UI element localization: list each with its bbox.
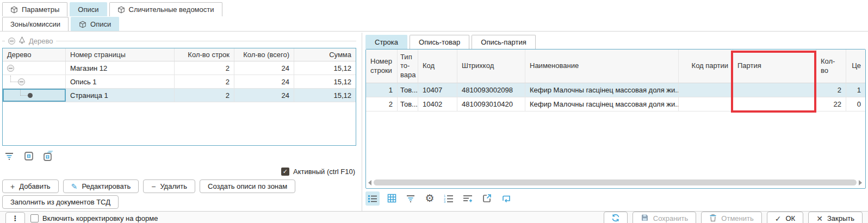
inventory-window: Параметры Описи Сличительные ведомости З… <box>0 0 868 223</box>
bottom-action-bar: ⋮ Включить корректировку на форме Сохран… <box>0 211 868 223</box>
active-checkbox[interactable]: ✓ <box>281 168 289 176</box>
col-header-product-type[interactable]: Тип то- вара <box>398 49 418 83</box>
table-row-selected[interactable]: Страница 1 2 24 15,12 <box>3 89 356 102</box>
divider <box>56 41 356 41</box>
add-item-icon[interactable] <box>23 150 35 162</box>
scroll-right-icon[interactable] <box>859 180 862 185</box>
col-header-line-number[interactable]: Номер строки <box>366 49 398 83</box>
tab-opisi[interactable]: Описи <box>70 2 107 16</box>
rows-count-cell: 2 <box>175 61 234 75</box>
cancel-button[interactable]: Отменить <box>701 212 761 223</box>
crud-button-row: + Добавить ✎ Редактировать − Удалить Соз… <box>2 177 356 193</box>
table-row-selected[interactable]: 1 Тов... 10407 4810093002098 Кефир Малоч… <box>366 83 865 97</box>
list-view-icon[interactable] <box>365 191 380 206</box>
edit-button-label: Редактировать <box>82 182 131 190</box>
sub-tab-bar: Зоны/комиссии Описи <box>0 16 868 32</box>
delete-button-label: Удалить <box>160 182 187 190</box>
col-header-tree[interactable]: Дерево <box>3 48 66 61</box>
collapse-node-icon[interactable] <box>18 78 25 85</box>
tab-label: Сличительные ведомости <box>129 5 214 14</box>
col-header-barcode[interactable]: Штрихкод <box>457 49 525 83</box>
price-cell: 1 <box>846 83 865 97</box>
tab-label: Строка <box>375 38 398 46</box>
sum-cell: 15,12 <box>294 89 356 102</box>
batch-cell <box>733 83 816 97</box>
col-header-rows-count[interactable]: Кол-во строк <box>175 48 234 61</box>
tree-node-cell[interactable] <box>3 61 66 75</box>
tree-node-cell[interactable] <box>3 89 66 102</box>
cube-icon <box>10 6 18 14</box>
collapse-node-icon[interactable] <box>7 65 14 72</box>
edit-button[interactable]: ✎ Редактировать <box>63 179 139 193</box>
tree-table[interactable]: Дерево Номер страницы Кол-во строк Кол-в… <box>2 48 356 146</box>
add-button[interactable]: + Добавить <box>2 179 59 193</box>
tab-line[interactable]: Строка <box>365 35 407 49</box>
rows-count-cell: 2 <box>175 75 234 88</box>
fill-from-tsd-button[interactable]: Заполнить из документов ТСД <box>2 195 119 209</box>
numbered-list-icon[interactable]: 123 <box>442 191 456 206</box>
panel-splitter[interactable] <box>358 33 365 211</box>
close-button[interactable]: ✕ Закрыть <box>808 212 863 223</box>
scroll-left-icon[interactable] <box>368 180 371 185</box>
svg-text:3: 3 <box>444 200 445 203</box>
ok-button[interactable]: ✓ ОК <box>767 212 803 223</box>
add-rows-icon[interactable] <box>461 191 475 206</box>
col-header-batch-code[interactable]: Код партии <box>679 49 733 83</box>
tree-panel: Дерево Дерево Номер страницы Кол-во стро… <box>0 33 358 211</box>
col-header-name[interactable]: Наименование <box>525 49 679 83</box>
col-header-total-qty[interactable]: Кол-во (всего) <box>234 48 294 61</box>
collapse-group-icon[interactable] <box>8 38 15 45</box>
col-header-price[interactable]: Це <box>846 49 865 83</box>
col-header-batch[interactable]: Партия <box>733 49 816 83</box>
tab-zones-commissions[interactable]: Зоны/комиссии <box>2 17 69 31</box>
refresh-button[interactable] <box>604 212 628 223</box>
tab-opis-partia[interactable]: Опись-партия <box>472 35 535 49</box>
tab-parameters[interactable]: Параметры <box>2 2 67 16</box>
correction-checkbox[interactable] <box>30 214 39 222</box>
more-options-button[interactable]: ⋮ <box>5 212 25 223</box>
tree-node-cell[interactable] <box>3 75 66 88</box>
sum-cell: 15,12 <box>294 75 356 88</box>
active-checkbox-row: ✓ Активный (ctrl F10) <box>2 165 356 177</box>
barcode-cell: 4810093002098 <box>457 83 525 97</box>
tab-opis-tovar[interactable]: Опись-товар <box>410 35 469 49</box>
ok-button-label: ОК <box>786 214 796 222</box>
save-button[interactable]: Сохранить <box>633 212 697 223</box>
tab-opisi-sub[interactable]: Описи <box>71 17 119 31</box>
tab-statements[interactable]: Сличительные ведомости <box>109 2 222 16</box>
col-header-qty[interactable]: Кол-во <box>816 49 846 83</box>
col-header-sum[interactable]: Сумма <box>294 48 356 61</box>
lines-panel: Строка Опись-товар Опись-партия Номер ст… <box>365 33 868 211</box>
table-row[interactable]: Магазин 12 2 24 15,12 <box>3 61 356 75</box>
open-external-icon[interactable] <box>480 191 494 206</box>
tab-label: Описи <box>90 20 111 28</box>
pencil-icon: ✎ <box>71 182 78 191</box>
horizontal-scrollbar[interactable] <box>368 179 862 186</box>
active-checkbox-label: Активный (ctrl F10) <box>293 168 355 176</box>
scrollbar-thumb[interactable] <box>374 179 857 185</box>
settings-gear-icon[interactable]: ⚙ <box>423 191 437 206</box>
add-button-label: Добавить <box>19 182 50 190</box>
delete-button[interactable]: − Удалить <box>143 179 195 193</box>
create-by-zones-button[interactable]: Создать описи по зонам <box>200 179 295 193</box>
reload-loop-icon[interactable] <box>499 191 513 206</box>
product-type-cell: Тов... <box>398 97 418 111</box>
grid-view-icon[interactable] <box>385 191 399 206</box>
col-header-page-number[interactable]: Номер страницы <box>66 48 175 61</box>
table-row[interactable]: Опись 1 2 24 15,12 <box>3 75 356 89</box>
name-cell: Кефир Малочны гасцінец массовая доля жи.… <box>525 83 679 97</box>
create-by-zones-label: Создать описи по зонам <box>208 182 287 190</box>
qty-cell: 22 <box>816 97 846 111</box>
price-cell: 0 <box>846 97 865 111</box>
total-qty-cell: 24 <box>234 89 294 102</box>
filter-icon[interactable] <box>404 191 418 206</box>
col-header-code[interactable]: Код <box>418 49 457 83</box>
add-multiple-icon[interactable] <box>42 150 54 162</box>
filter-icon[interactable] <box>3 150 15 162</box>
table-row[interactable]: 2 Тов... 10402 4810093010420 Кефир Малоч… <box>366 97 865 112</box>
lines-table[interactable]: Номер строки Тип то- вара Код Штрихкод Н… <box>365 49 866 189</box>
tab-label: Зоны/комиссии <box>10 20 60 28</box>
cube-icon <box>117 6 125 14</box>
trash-icon <box>709 214 717 223</box>
vertical-ellipsis-icon: ⋮ <box>12 214 19 222</box>
